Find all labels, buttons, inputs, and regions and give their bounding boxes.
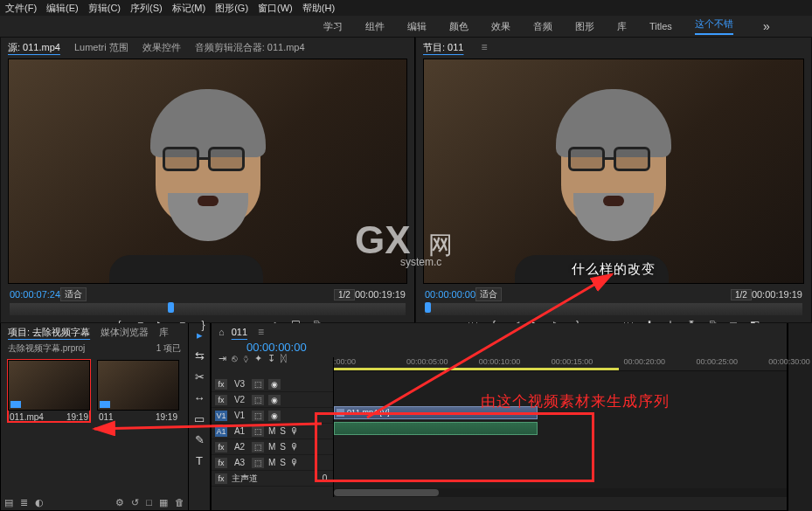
bin-name: 011.mp4 xyxy=(10,412,44,422)
ruler-tick: 00:00:20:00 xyxy=(624,357,666,366)
bin-duration: 19:19 xyxy=(156,412,177,422)
timeline-ruler[interactable]: :00:00 00:00:05:00 00:00:10:00 00:00:15:… xyxy=(334,357,787,371)
tool-ripple-icon[interactable]: ✂ xyxy=(195,370,205,383)
menu-graphic[interactable]: 图形(G) xyxy=(215,2,248,15)
tool-pen-icon[interactable]: ✎ xyxy=(195,433,205,446)
tl-addmarker-icon[interactable]: ⎀ xyxy=(243,353,249,364)
project-item-count: 1 项已 xyxy=(156,342,181,355)
src-markout-icon[interactable]: } xyxy=(198,319,210,331)
workspace-bar: 学习 组件 编辑 颜色 效果 音频 图形 库 Titles 这个不错 » xyxy=(0,16,812,37)
mic-icon[interactable]: 🎙 xyxy=(290,458,299,467)
proj-newbin-icon[interactable]: □ xyxy=(146,497,152,508)
ruler-tick: 00:00:30:00 xyxy=(768,357,810,366)
program-monitor-panel: 节目: 011 ≡ 什么样的改变 00:00:00:00 适合 1/2 00:0… xyxy=(415,37,812,323)
tl-settings-icon[interactable]: ✦ xyxy=(254,353,262,364)
proj-listview-icon[interactable]: ▤ xyxy=(4,497,13,508)
ws-titles[interactable]: Titles xyxy=(649,21,672,31)
annotation-text: 由这个视频素材来生成序列 xyxy=(481,391,670,411)
bin-item-011seq[interactable]: 011 19:19 xyxy=(97,360,179,422)
source-tab-fx[interactable]: 效果控件 xyxy=(142,41,181,54)
tool-slip-icon[interactable]: ▭ xyxy=(194,412,205,425)
project-icon-row: ▤ ≣ ◐ ⚙ ↺ □ ▦ 🗑 xyxy=(4,497,184,508)
proj-trash-icon[interactable]: 🗑 xyxy=(175,497,184,508)
track-mix-header[interactable]: fx主声道0. xyxy=(212,471,333,487)
ws-audio[interactable]: 音频 xyxy=(533,20,552,33)
bin-duration: 19:19 xyxy=(66,412,88,422)
proj-automate-icon[interactable]: ⚙ xyxy=(115,497,124,508)
tool-razor-icon[interactable]: ↔ xyxy=(194,391,205,404)
program-zoom-select[interactable]: 1/2 xyxy=(731,289,752,300)
timeline-home-icon[interactable]: ⌂ xyxy=(219,327,225,337)
mic-icon[interactable]: 🎙 xyxy=(290,442,299,452)
bottom-row: 项目: 去除视频字幕 媒体浏览器 库 去除视频字幕.prproj 1 项已 01… xyxy=(0,323,812,511)
ws-active[interactable]: 这个不错 xyxy=(695,17,733,35)
proj-newitem-icon[interactable]: ▦ xyxy=(159,497,168,508)
track-headers: fxV3⬚◉ fxV2⬚◉ V1V1⬚◉ A1A1⬚MS🎙 fxA2⬚MS🎙 f… xyxy=(212,357,334,497)
menu-edit[interactable]: 编辑(E) xyxy=(46,2,79,15)
source-video-preview[interactable] xyxy=(8,59,407,284)
menu-bar: 文件(F) 编辑(E) 剪辑(C) 序列(S) 标记(M) 图形(G) 窗口(W… xyxy=(0,0,812,16)
menu-mark[interactable]: 标记(M) xyxy=(172,2,206,15)
source-tab-mixer[interactable]: 音频剪辑混合器: 011.mp4 xyxy=(195,41,305,54)
ws-color[interactable]: 颜色 xyxy=(449,20,468,33)
mic-icon[interactable]: 🎙 xyxy=(290,426,299,436)
tool-type-icon[interactable]: T xyxy=(196,454,203,467)
program-video-preview[interactable]: 什么样的改变 xyxy=(423,59,804,284)
source-scrubber[interactable] xyxy=(10,303,406,315)
tools-column: ▸ ⇆ ✂ ↔ ▭ ✎ T xyxy=(188,323,211,511)
ws-learn[interactable]: 学习 xyxy=(323,20,343,33)
tl-insert-icon[interactable]: ↧ xyxy=(267,353,275,364)
ws-edit[interactable]: 编辑 xyxy=(407,20,427,33)
menu-file[interactable]: 文件(F) xyxy=(5,2,37,15)
menu-sequence[interactable]: 序列(S) xyxy=(130,2,163,15)
proj-freeform-icon[interactable]: ◐ xyxy=(35,497,44,508)
menu-window[interactable]: 窗口(W) xyxy=(258,2,293,15)
ruler-tick: 00:00:15:00 xyxy=(552,357,593,366)
program-tab-menu-icon[interactable]: ≡ xyxy=(481,41,487,53)
track-v1-header[interactable]: V1V1⬚◉ xyxy=(212,408,333,424)
timeline-tab-menu-icon[interactable]: ≡ xyxy=(258,326,264,338)
source-timecode-in[interactable]: 00:00:07:24 xyxy=(10,289,60,300)
ws-assembly[interactable]: 组件 xyxy=(365,20,385,33)
ws-lib[interactable]: 库 xyxy=(617,20,627,33)
bin-thumb xyxy=(97,360,179,411)
program-timecode-in[interactable]: 00:00:00:00 xyxy=(425,289,475,300)
menu-clip[interactable]: 剪辑(C) xyxy=(88,2,121,15)
ws-gfx[interactable]: 图形 xyxy=(575,20,594,33)
menu-help[interactable]: 帮助(H) xyxy=(302,2,335,15)
track-a2-header[interactable]: fxA2⬚MS🎙 xyxy=(212,439,333,455)
tl-linkedsel-icon[interactable]: ⎋ xyxy=(232,353,238,364)
timeline-tracks[interactable]: :00:00 00:00:05:00 00:00:10:00 00:00:15:… xyxy=(334,357,787,497)
timeline-tab-seq[interactable]: 011 xyxy=(232,327,247,337)
timeline-panel: ⌂ 011 ≡ 00:00:00:00 ⇥ ⎋ ⎀ ✦ ↧ ᛞ fxV3⬚◉ f… xyxy=(211,323,788,511)
program-fit-select[interactable]: 适合 xyxy=(475,287,502,301)
project-tab-browser[interactable]: 媒体浏览器 xyxy=(101,326,149,339)
timeline-hscroll[interactable] xyxy=(334,488,787,497)
program-scrubber[interactable] xyxy=(425,303,802,315)
ws-overflow-icon[interactable]: » xyxy=(763,19,770,33)
timeline-clip-audio[interactable] xyxy=(334,422,538,435)
ruler-tick: 00:00:10:00 xyxy=(479,357,521,366)
source-tab-lumetri[interactable]: Lumetri 范围 xyxy=(74,41,128,54)
program-tabs: 节目: 011 ≡ xyxy=(416,38,811,57)
source-tab-main[interactable]: 源: 011.mp4 xyxy=(8,41,60,54)
source-fit-select[interactable]: 适合 xyxy=(60,287,87,301)
proj-iconview-icon[interactable]: ≣ xyxy=(20,497,28,508)
project-tab-main[interactable]: 项目: 去除视频字幕 xyxy=(8,326,90,339)
program-tab-main[interactable]: 节目: 011 xyxy=(423,41,463,54)
proj-find-icon[interactable]: ↺ xyxy=(131,497,139,508)
tl-captions-icon[interactable]: ᛞ xyxy=(281,353,287,364)
track-a1-header[interactable]: A1A1⬚MS🎙 xyxy=(212,424,333,439)
timeline-timecode[interactable]: 00:00:00:00 xyxy=(212,341,787,356)
ws-fx[interactable]: 效果 xyxy=(491,20,510,33)
audio-meters-panel xyxy=(788,323,812,511)
track-v2-header[interactable]: fxV2⬚◉ xyxy=(212,392,333,408)
source-zoom-select[interactable]: 1/2 xyxy=(334,289,355,300)
bin-item-011mp4[interactable]: 011.mp4 19:19 xyxy=(8,360,90,422)
track-a3-header[interactable]: fxA3⬚MS🎙 xyxy=(212,455,333,471)
tl-snap-icon[interactable]: ⇥ xyxy=(219,353,226,364)
tool-trackselect-icon[interactable]: ⇆ xyxy=(195,349,205,363)
source-timecode-out: 00:00:19:19 xyxy=(355,289,406,300)
project-tab-lib[interactable]: 库 xyxy=(159,326,169,339)
track-v3-header[interactable]: fxV3⬚◉ xyxy=(212,376,333,392)
